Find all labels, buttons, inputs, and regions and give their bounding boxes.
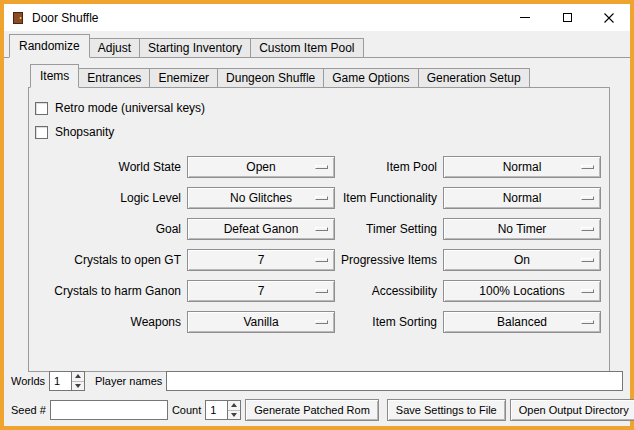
generate-rom-button[interactable]: Generate Patched Rom <box>245 399 379 421</box>
dropdown-indicator-icon <box>581 289 594 293</box>
options-grid: World State Open Item Pool Normal Logic … <box>35 156 597 333</box>
weapons-dropdown[interactable]: Vanilla <box>187 311 335 333</box>
crystals-open-gt-dropdown[interactable]: 7 <box>187 249 335 271</box>
crystals-harm-ganon-dropdown[interactable]: 7 <box>187 280 335 302</box>
tab-game-options[interactable]: Game Options <box>323 68 418 87</box>
goal-dropdown[interactable]: Defeat Ganon <box>187 218 335 240</box>
timer-setting-dropdown[interactable]: No Timer <box>443 218 601 240</box>
worlds-spin-up-button[interactable] <box>72 372 84 381</box>
item-sorting-value: Balanced <box>497 315 547 329</box>
checkbox-box-icon <box>35 126 48 139</box>
goal-label: Goal <box>35 222 181 236</box>
count-spin-buttons <box>227 400 241 420</box>
logic-level-dropdown[interactable]: No Glitches <box>187 187 335 209</box>
dropdown-indicator-icon <box>315 258 328 262</box>
accessibility-value: 100% Locations <box>479 284 564 298</box>
world-state-value: Open <box>246 160 275 174</box>
seed-label: Seed # <box>11 404 46 416</box>
dropdown-indicator-icon <box>315 165 328 169</box>
maximize-button[interactable] <box>546 4 588 31</box>
minimize-button[interactable] <box>504 4 546 31</box>
weapons-label: Weapons <box>35 315 181 329</box>
app-icon <box>11 11 25 25</box>
spin-up-icon <box>231 403 237 407</box>
minimize-icon <box>520 17 530 18</box>
timer-setting-label: Timer Setting <box>341 222 437 236</box>
shopsanity-checkbox[interactable]: Shopsanity <box>35 120 597 144</box>
dropdown-indicator-icon <box>581 320 594 324</box>
timer-setting-value: No Timer <box>498 222 547 236</box>
maximize-icon <box>563 13 572 22</box>
main-tabbar: Randomize Adjust Starting Inventory Cust… <box>4 34 630 58</box>
crystals-open-gt-label: Crystals to open GT <box>35 253 181 267</box>
crystals-open-gt-value: 7 <box>258 253 265 267</box>
checkbox-box-icon <box>35 102 48 115</box>
dropdown-indicator-icon <box>315 289 328 293</box>
item-functionality-value: Normal <box>503 191 542 205</box>
player-names-input[interactable] <box>166 371 623 391</box>
crystals-harm-ganon-value: 7 <box>258 284 265 298</box>
retro-mode-label: Retro mode (universal keys) <box>55 101 205 115</box>
items-panel: Retro mode (universal keys) Shopsanity W… <box>28 88 610 372</box>
dropdown-indicator-icon <box>581 227 594 231</box>
item-sorting-dropdown[interactable]: Balanced <box>443 311 601 333</box>
save-settings-button[interactable]: Save Settings to File <box>387 399 506 421</box>
spin-down-icon <box>75 384 81 388</box>
accessibility-label: Accessibility <box>341 284 437 298</box>
tab-items[interactable]: Items <box>30 64 79 88</box>
accessibility-dropdown[interactable]: 100% Locations <box>443 280 601 302</box>
close-button[interactable] <box>588 4 630 31</box>
seed-row: Seed # Count 1 Generate Patched Rom Save… <box>11 399 623 421</box>
worlds-input[interactable]: 1 <box>49 371 71 391</box>
world-state-dropdown[interactable]: Open <box>187 156 335 178</box>
randomize-tabbar: Items Entrances Enemizer Dungeon Shuffle… <box>28 64 610 88</box>
logic-level-label: Logic Level <box>35 191 181 205</box>
seed-input[interactable] <box>50 400 168 420</box>
tab-entrances[interactable]: Entrances <box>78 68 150 87</box>
main-notebook: Randomize Adjust Starting Inventory Cust… <box>4 34 630 372</box>
tab-custom-item-pool[interactable]: Custom Item Pool <box>250 38 363 57</box>
item-functionality-dropdown[interactable]: Normal <box>443 187 601 209</box>
worlds-spin-buttons <box>71 371 85 391</box>
dropdown-indicator-icon <box>315 320 328 324</box>
dropdown-indicator-icon <box>581 258 594 262</box>
count-input[interactable]: 1 <box>205 400 227 420</box>
tab-adjust[interactable]: Adjust <box>89 38 140 57</box>
close-icon <box>604 13 614 23</box>
shopsanity-label: Shopsanity <box>55 125 114 139</box>
dropdown-indicator-icon <box>581 165 594 169</box>
dropdown-indicator-icon <box>315 227 328 231</box>
world-state-label: World State <box>35 160 181 174</box>
item-pool-value: Normal <box>503 160 542 174</box>
worlds-row: Worlds 1 Player names <box>11 370 623 392</box>
tab-randomize[interactable]: Randomize <box>9 34 90 58</box>
worlds-spinbox: 1 <box>49 371 85 391</box>
item-sorting-label: Item Sorting <box>341 315 437 329</box>
retro-mode-checkbox[interactable]: Retro mode (universal keys) <box>35 96 597 120</box>
tab-dungeon-shuffle[interactable]: Dungeon Shuffle <box>217 68 324 87</box>
count-label: Count <box>172 404 201 416</box>
count-spin-up-button[interactable] <box>228 401 240 410</box>
weapons-value: Vanilla <box>243 315 278 329</box>
progressive-items-label: Progressive Items <box>341 253 437 267</box>
count-spin-down-button[interactable] <box>228 410 240 420</box>
item-pool-dropdown[interactable]: Normal <box>443 156 601 178</box>
tab-starting-inventory[interactable]: Starting Inventory <box>139 38 251 57</box>
progressive-items-value: On <box>514 253 530 267</box>
tab-generation-setup[interactable]: Generation Setup <box>418 68 530 87</box>
worlds-spin-down-button[interactable] <box>72 381 84 391</box>
window-title: Door Shuffle <box>32 11 99 25</box>
spin-up-icon <box>75 374 81 378</box>
tab-enemizer[interactable]: Enemizer <box>149 68 218 87</box>
goal-value: Defeat Ganon <box>224 222 299 236</box>
spin-down-icon <box>231 413 237 417</box>
progressive-items-dropdown[interactable]: On <box>443 249 601 271</box>
crystals-harm-ganon-label: Crystals to harm Ganon <box>35 284 181 298</box>
randomize-notebook: Items Entrances Enemizer Dungeon Shuffle… <box>28 64 610 372</box>
titlebar[interactable]: Door Shuffle <box>4 4 630 31</box>
open-output-button[interactable]: Open Output Directory <box>510 399 634 421</box>
player-names-label: Player names <box>95 375 162 387</box>
count-spinbox: 1 <box>205 400 241 420</box>
window-controls <box>504 4 630 31</box>
worlds-label: Worlds <box>11 375 45 387</box>
